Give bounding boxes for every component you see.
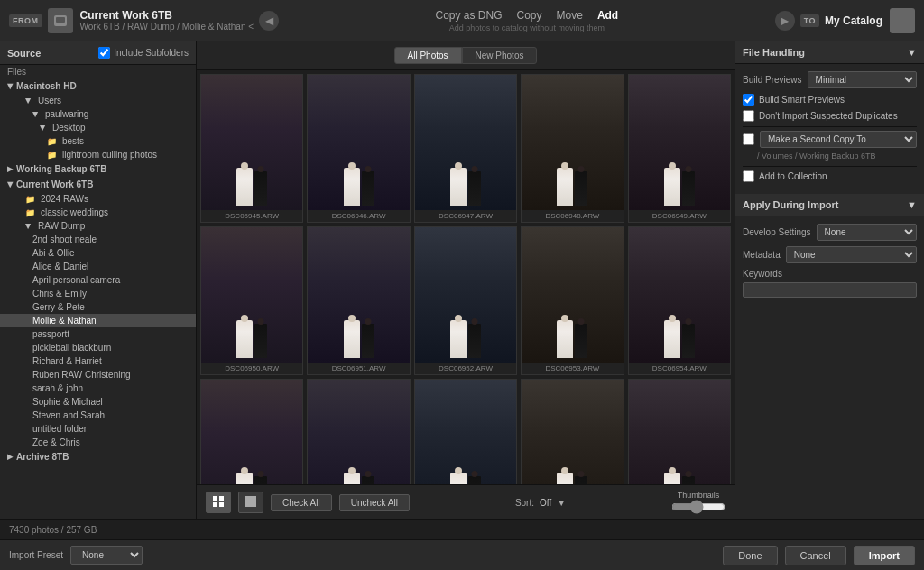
photo-cell[interactable]: DSC06950.ARW <box>200 226 303 375</box>
prev-arrow-button[interactable]: ◀ <box>259 11 279 31</box>
keywords-input[interactable] <box>743 282 917 298</box>
apply-during-import-header[interactable]: Apply During Import ▼ <box>735 194 924 216</box>
sidebar-item-current-work[interactable]: ▶ Current Work 6TB <box>0 177 196 192</box>
sidebar-item-2nd-shoot[interactable]: 2nd shoot neale <box>0 233 196 246</box>
build-previews-select[interactable]: Minimal <box>808 71 917 88</box>
photo-filename: DSC06951.ARW <box>308 363 409 374</box>
import-button[interactable]: Import <box>854 546 915 565</box>
photo-cell[interactable]: DSC06951.ARW <box>307 226 410 375</box>
build-smart-checkbox[interactable] <box>743 94 754 106</box>
sidebar-item-gerry-pete[interactable]: Gerry & Pete <box>0 300 196 314</box>
photo-cell[interactable]: DSC06958.ARW <box>521 379 624 484</box>
copy-as-dng-button[interactable]: Copy as DNG <box>435 9 502 22</box>
develop-settings-select[interactable]: None <box>817 224 917 241</box>
sidebar-item-users[interactable]: ▶ Users <box>0 94 196 107</box>
sidebar-item-richard-harriet[interactable]: Richard & Harriet <box>0 354 196 368</box>
sidebar-scroll: Files ▶ Macintosh HD ▶ Users ▶ paulwarin… <box>0 65 196 519</box>
action-subtitle: Add photos to catalog without moving the… <box>449 23 605 32</box>
untitled-label: untitled folder <box>32 424 87 434</box>
move-button[interactable]: Move <box>557 9 583 22</box>
sidebar-item-working-backup[interactable]: ▶ Working Backup 6TB <box>0 161 196 177</box>
sidebar-item-april-personal[interactable]: April personal camera <box>0 273 196 287</box>
photo-cell[interactable]: DSC06955.ARW <box>200 379 303 484</box>
copy-button[interactable]: Copy <box>517 9 542 22</box>
photo-filename: DSC06952.ARW <box>415 363 516 374</box>
add-button[interactable]: Add <box>597 9 618 22</box>
sidebar-item-bests[interactable]: 📁 bests <box>0 134 196 148</box>
second-copy-select[interactable]: Make a Second Copy To <box>760 131 917 148</box>
file-handling-header[interactable]: File Handling ▼ <box>735 41 924 64</box>
photo-cell[interactable]: DSC06959.ARW <box>628 379 731 484</box>
action-buttons: Copy as DNG Copy Move Add <box>435 9 618 22</box>
dont-import-label: Don't Import Suspected Duplicates <box>759 111 898 121</box>
photo-cell[interactable]: DSC06952.ARW <box>414 226 517 375</box>
add-collection-label: Add to Collection <box>759 171 827 181</box>
photo-cell[interactable]: DSC06954.ARW <box>628 226 731 375</box>
sidebar-item-2024-raws[interactable]: 📁 2024 RAWs <box>0 192 196 206</box>
bests-folder-icon: 📁 <box>47 137 57 146</box>
loupe-view-button[interactable] <box>238 492 263 513</box>
import-preset-label: Import Preset <box>9 550 63 560</box>
sarah-john-label: sarah & john <box>32 383 83 393</box>
photo-cell[interactable]: DSC06945.ARW <box>200 74 303 223</box>
sidebar-item-desktop[interactable]: ▶ Desktop <box>0 121 196 134</box>
sidebar-item-alice-daniel[interactable]: Alice & Daniel <box>0 260 196 273</box>
next-arrow-button[interactable]: ▶ <box>775 11 795 31</box>
photo-filename: DSC06949.ARW <box>629 210 730 222</box>
check-all-button[interactable]: Check All <box>271 494 332 511</box>
include-subfolders-row[interactable]: Include Subfolders <box>98 47 189 59</box>
sidebar-item-raw-dump[interactable]: ▶ RAW Dump <box>0 219 196 233</box>
done-button[interactable]: Done <box>723 546 777 565</box>
build-previews-row: Build Previews Minimal <box>743 71 917 88</box>
photo-filename: DSC06950.ARW <box>201 363 302 374</box>
apply-during-import-title: Apply During Import <box>743 199 838 210</box>
sidebar-item-sarah-john[interactable]: sarah & john <box>0 382 196 395</box>
sidebar-item-zoe-chris[interactable]: Zoe & Chris <box>0 436 196 449</box>
import-preset-select[interactable]: None <box>70 546 143 565</box>
sidebar-item-pickleball[interactable]: pickleball blackburn <box>0 341 196 354</box>
2024-raws-label: 2024 RAWs <box>41 194 88 204</box>
uncheck-all-button[interactable]: Uncheck All <box>339 494 410 511</box>
sidebar-item-mollie-nathan[interactable]: Mollie & Nathan <box>0 314 196 327</box>
tab-all-photos[interactable]: All Photos <box>394 47 462 64</box>
sidebar: Source Include Subfolders Files ▶ Macint… <box>0 41 197 519</box>
sidebar-item-paulwaring[interactable]: ▶ paulwaring <box>0 107 196 121</box>
photo-cell[interactable]: DSC06953.ARW <box>521 226 624 375</box>
grid-view-button[interactable] <box>206 492 231 513</box>
working-backup-triangle: ▶ <box>7 165 13 173</box>
thumbnail-size-slider[interactable] <box>671 500 725 514</box>
cancel-button[interactable]: Cancel <box>785 546 846 565</box>
photo-cell[interactable]: DSC06948.ARW <box>521 74 624 223</box>
raw-dump-label: RAW Dump <box>38 221 85 231</box>
current-work-triangle: ▶ <box>6 182 14 188</box>
include-subfolders-label: Include Subfolders <box>114 48 189 58</box>
photo-cell[interactable]: DSC06947.ARW <box>414 74 517 223</box>
sidebar-item-macintosh-hd[interactable]: ▶ Macintosh HD <box>0 78 196 94</box>
second-copy-checkbox[interactable] <box>743 133 754 145</box>
sidebar-item-sophie-michael[interactable]: Sophie & Michael <box>0 395 196 409</box>
sidebar-item-abi-ollie[interactable]: Abi & Ollie <box>0 246 196 260</box>
sidebar-item-archive-8tb[interactable]: ▶ Archive 8TB <box>0 449 196 464</box>
sort-value[interactable]: Off <box>540 498 551 508</box>
sidebar-item-chris-emily[interactable]: Chris & Emily <box>0 287 196 300</box>
photo-cell[interactable]: DSC06957.ARW <box>414 379 517 484</box>
catalog-title: My Catalog <box>825 14 882 27</box>
archive-8tb-triangle: ▶ <box>7 453 13 461</box>
sidebar-item-classic-weddings[interactable]: 📁 classic weddings <box>0 206 196 219</box>
sidebar-item-passportt[interactable]: passportt <box>0 327 196 341</box>
richard-harriet-label: Richard & Harriet <box>32 356 102 366</box>
chris-emily-label: Chris & Emily <box>32 289 87 299</box>
add-collection-checkbox[interactable] <box>743 170 754 182</box>
sidebar-item-untitled[interactable]: untitled folder <box>0 422 196 436</box>
dont-import-checkbox[interactable] <box>743 110 754 122</box>
sidebar-item-steven-sarah[interactable]: Steven and Sarah <box>0 409 196 422</box>
sidebar-item-ruben[interactable]: Ruben RAW Christening <box>0 368 196 382</box>
include-subfolders-checkbox[interactable] <box>98 47 110 59</box>
tab-new-photos[interactable]: New Photos <box>462 47 538 64</box>
sidebar-header: Source Include Subfolders <box>0 41 196 65</box>
photo-cell[interactable]: DSC06946.ARW <box>307 74 410 223</box>
photo-cell[interactable]: DSC06956.ARW <box>307 379 410 484</box>
photo-cell[interactable]: DSC06949.ARW <box>628 74 731 223</box>
sidebar-item-lightroom-culling[interactable]: 📁 lightroom culling photos <box>0 148 196 161</box>
metadata-select[interactable]: None <box>786 246 917 263</box>
